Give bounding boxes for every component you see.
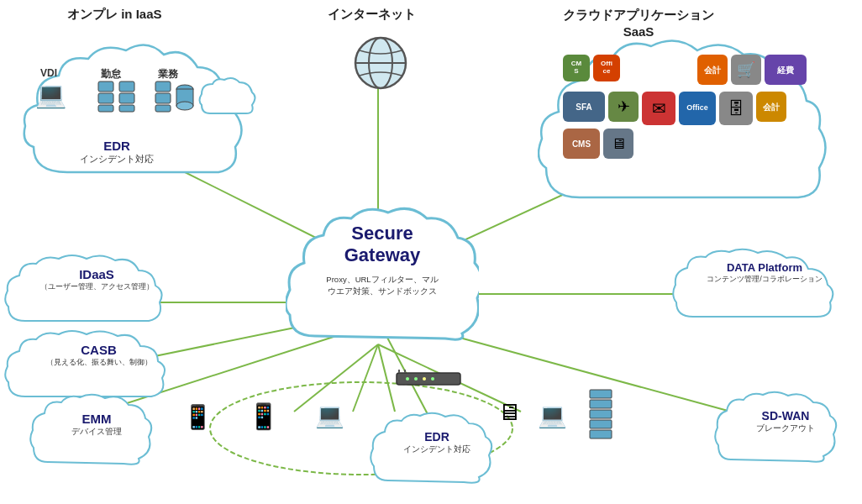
svg-rect-38 — [590, 410, 612, 418]
casb-cloud: CASB （見える化、振る舞い、制御） — [4, 328, 193, 403]
edr-bottom-label: EDR — [370, 430, 504, 444]
svg-rect-39 — [590, 420, 612, 428]
svg-rect-18 — [98, 93, 113, 103]
db-icon-app: 🗄 — [719, 92, 753, 125]
svg-point-28 — [176, 102, 193, 110]
svg-line-10 — [353, 344, 378, 412]
svg-line-11 — [378, 344, 395, 412]
svg-point-31 — [414, 377, 418, 381]
idaas-cloud: IDaaS （ユーザー管理、アクセス管理） — [4, 252, 189, 328]
tablet-icon-bottom: 📱 — [248, 402, 279, 431]
vdi-label: VDI — [40, 67, 57, 79]
laptop-icon: 💻 — [35, 80, 66, 109]
sdwan-label: SD-WAN — [714, 409, 857, 423]
smartphone-icon-bottom: 📱 — [183, 403, 213, 431]
svg-point-33 — [431, 377, 434, 381]
monitor-icon-app: 🖥 — [603, 129, 633, 159]
router-svg — [395, 370, 462, 388]
sdwan-cloud: SD-WAN ブレークアウト — [714, 391, 857, 466]
server-icons-1 — [97, 80, 136, 113]
diagram: オンプレ in IaaS インターネット クラウドアプリケーションSaaS VD… — [0, 0, 862, 504]
idaas-label: IDaaS — [4, 267, 189, 281]
svg-rect-23 — [155, 81, 171, 92]
emm-sublabel: デバイス管理 — [29, 426, 164, 438]
gateway-subtitle: Proxy、URLフィルター、マルウエア対策、サンドボックス — [286, 274, 479, 298]
data-platform-sublabel: コンテンツ管理/コラボレーション — [672, 274, 857, 285]
svg-rect-21 — [119, 93, 134, 103]
onpre-cloud: VDI 💻 勤怠 業務 EDR インシデント対応 — [17, 29, 269, 197]
data-platform-cloud-shape — [672, 248, 857, 323]
globe-icon — [351, 34, 410, 92]
svg-rect-40 — [590, 430, 612, 438]
svg-rect-20 — [119, 81, 134, 92]
emm-label: EMM — [29, 412, 164, 426]
gateway-title: SecureGateway — [286, 223, 479, 267]
idaas-sublabel: （ユーザー管理、アクセス管理） — [4, 281, 189, 292]
saas-app-icons: CMS Office 会計 🛒 経費 SFA ✈ ✉ Office 🗄 会計 C… — [563, 55, 815, 159]
server-rack-bottom — [588, 388, 613, 450]
casb-label: CASB — [4, 343, 193, 357]
svg-rect-37 — [590, 400, 612, 408]
saas-cloud: CMS Office 会計 🛒 経費 SFA ✈ ✉ Office 🗄 会計 C… — [538, 29, 840, 214]
edr-bottom-cloud: EDR インシデント対応 — [370, 412, 504, 487]
svg-rect-25 — [155, 105, 171, 112]
data-platform-label: DATA Platform — [672, 261, 857, 274]
internet-globe-section — [343, 34, 418, 96]
laptop-icon-bottom: 💻 — [315, 402, 344, 429]
desktop-icon-bottom: 🖥 — [497, 398, 521, 426]
svg-rect-19 — [98, 105, 113, 112]
data-platform-cloud: DATA Platform コンテンツ管理/コラボレーション — [672, 248, 857, 323]
server-icons-2 — [154, 80, 195, 113]
sub-cloud-shape — [197, 76, 256, 118]
svg-point-32 — [423, 377, 426, 381]
edr-top-label: EDR インシデント対応 — [80, 139, 154, 165]
router-icon — [395, 370, 462, 391]
mail-icon-app: ✉ — [642, 92, 675, 125]
title-onpre: オンプレ in IaaS — [67, 7, 162, 23]
svg-rect-22 — [119, 105, 134, 112]
casb-sublabel: （見える化、振る舞い、制御） — [4, 357, 193, 368]
svg-point-30 — [406, 377, 409, 381]
gateway-cloud: SecureGateway Proxy、URLフィルター、マルウエア対策、サンド… — [286, 197, 479, 344]
sdwan-sublabel: ブレークアウト — [714, 423, 857, 434]
sub-cloud — [197, 76, 256, 121]
svg-rect-24 — [155, 93, 171, 103]
plane-icon-app: ✈ — [608, 92, 639, 122]
svg-rect-17 — [98, 81, 113, 92]
edr-bottom-sublabel: インシデント対応 — [370, 444, 504, 455]
title-internet: インターネット — [328, 7, 416, 23]
server-rack-svg — [588, 388, 613, 447]
cart-icon-app: 🛒 — [731, 55, 761, 85]
svg-rect-36 — [590, 390, 612, 398]
laptop2-icon-bottom: 💻 — [538, 402, 567, 429]
emm-cloud: EMM デバイス管理 — [29, 393, 164, 469]
